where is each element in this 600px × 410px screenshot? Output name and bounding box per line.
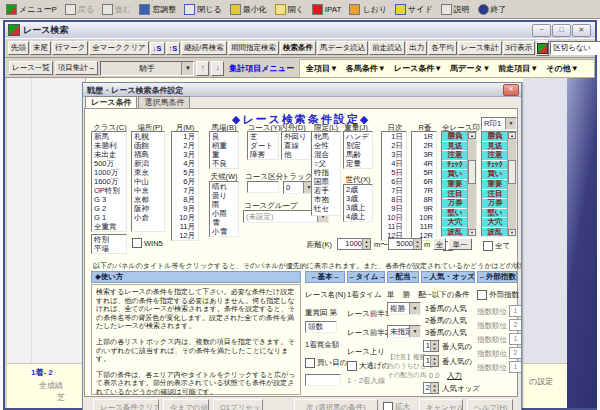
- menubar-item[interactable]: 馬データ▼: [450, 63, 490, 74]
- tab-race-condition[interactable]: レース条件: [85, 96, 137, 108]
- list-option[interactable]: 2歳: [344, 185, 372, 194]
- course-listbox[interactable]: 芝ダート障害: [247, 131, 279, 160]
- list-option[interactable]: 未勝利: [92, 141, 126, 150]
- app-toolbar-button[interactable]: サイド: [393, 3, 435, 16]
- payout-combobox-2[interactable]: 未指定 ▼: [387, 325, 421, 338]
- list-option[interactable]: 晴れ: [210, 182, 238, 191]
- place-listbox[interactable]: 札幌函館福島新潟東京中山中京京都阪神小倉: [131, 131, 165, 232]
- list-option[interactable]: 混合: [312, 150, 340, 159]
- list-option[interactable]: 全重賞: [92, 222, 126, 231]
- expand-checkbox[interactable]: 拡大: [383, 402, 410, 410]
- list-option[interactable]: 国際: [312, 177, 340, 186]
- list-option[interactable]: 特指: [312, 168, 340, 177]
- search-toolbar-button[interactable]: 全マーククリア: [89, 41, 148, 55]
- scroll-thumb[interactable]: [508, 160, 516, 184]
- mark-option[interactable]: 買い: [482, 170, 508, 179]
- app-toolbar-button[interactable]: 進む: [100, 3, 133, 16]
- app-toolbar-button[interactable]: メニューP: [4, 3, 59, 16]
- up-button[interactable]: ↑: [196, 61, 209, 76]
- list-option[interactable]: 定量: [344, 159, 372, 168]
- list-option[interactable]: 中山: [132, 177, 164, 186]
- list-option[interactable]: G 3: [92, 195, 126, 204]
- list-option[interactable]: 10日: [382, 213, 406, 222]
- list-option[interactable]: 小雪: [210, 227, 238, 236]
- odds-input-button[interactable]: 入力: [447, 371, 462, 381]
- generation-listbox[interactable]: 2歳3歳3歳上4歳上: [343, 184, 373, 222]
- list-option[interactable]: G 1: [92, 213, 126, 222]
- list-option[interactable]: 1月: [172, 132, 198, 141]
- search-toolbar-button[interactable]: 末尾: [30, 41, 51, 55]
- list-option[interactable]: 1R: [412, 132, 436, 141]
- search-toolbar-button[interactable]: ↑S: [166, 42, 181, 55]
- list-option[interactable]: 9月: [172, 204, 198, 213]
- list-option[interactable]: 中京: [132, 186, 164, 195]
- payout-panel-header[interactable]: ←配当→: [387, 271, 419, 283]
- weight-listbox[interactable]: ハンデ別定馬齢定量: [343, 131, 373, 169]
- list-option[interactable]: OP特別: [92, 186, 126, 195]
- mark-option[interactable]: ﾁｪｯｸ: [482, 161, 508, 170]
- list-option[interactable]: 小倉: [132, 213, 164, 222]
- list-option[interactable]: 曇り: [210, 191, 238, 200]
- month-listbox[interactable]: 1月2月3月4月5月6月7月8月9月10月11月12月: [171, 131, 199, 241]
- help-button[interactable]: ヘルプ(H): [467, 399, 513, 410]
- next-horse-condition-button[interactable]: 次 (選択馬の条件): [294, 399, 378, 410]
- restore-button[interactable]: □: [552, 24, 571, 37]
- mark-option[interactable]: 勝負: [482, 132, 508, 141]
- mark-option[interactable]: 勝負: [442, 132, 468, 141]
- list-option[interactable]: 若手: [312, 186, 340, 195]
- close-button[interactable]: ✕: [572, 24, 591, 37]
- list-option[interactable]: 12月: [172, 231, 198, 240]
- list-option[interactable]: 未出走: [92, 150, 126, 159]
- chevron-down-icon[interactable]: ▼: [409, 326, 420, 337]
- odds-rank-stepper[interactable]: 1 ▲▼: [423, 340, 439, 352]
- clear-conditions-button[interactable]: レース条件クリア: [93, 399, 159, 410]
- list-option[interactable]: G 2: [92, 204, 126, 213]
- list-option[interactable]: 11日: [382, 222, 406, 231]
- payout-combobox-1[interactable]: 複勝 ▼: [387, 302, 421, 315]
- list-option[interactable]: ダート: [248, 141, 278, 150]
- basic-empty-input[interactable]: [305, 374, 341, 386]
- spinner-icon[interactable]: ▲▼: [430, 341, 438, 351]
- aggregate-menu-link[interactable]: 集計項目メニュー: [229, 63, 294, 74]
- list-option[interactable]: 馬齢: [344, 150, 372, 159]
- scroll-thumb[interactable]: [468, 160, 476, 184]
- list-option[interactable]: 牝馬: [312, 132, 340, 141]
- weather-listbox[interactable]: 晴れ曇り雨小雨雪小雪: [209, 181, 239, 237]
- search-toolbar-button[interactable]: 期間指定検索: [228, 41, 279, 55]
- app-toolbar-button[interactable]: 開く: [273, 3, 306, 16]
- rows-icon-button[interactable]: [536, 40, 549, 56]
- chevron-down-icon[interactable]: ▼: [505, 118, 516, 129]
- odds-panel-header[interactable]: ←人気・オッズ→: [421, 271, 475, 283]
- app-toolbar-button[interactable]: 終了: [476, 3, 509, 16]
- class-listbox[interactable]: 新馬未勝利未出走500万1000万1600万OP特別G 3G 2G 1全重賞: [91, 131, 127, 232]
- index-rank-input[interactable]: 1: [509, 333, 522, 345]
- app-toolbar-button[interactable]: 説明: [439, 3, 472, 16]
- list-option[interactable]: 500万: [92, 159, 126, 168]
- mark-option[interactable]: 波乱: [442, 228, 468, 237]
- list-option[interactable]: 稍重: [210, 141, 238, 150]
- rmark-all-checkbox[interactable]: 全て: [483, 241, 510, 251]
- list-option[interactable]: 3月: [172, 150, 198, 159]
- mark-option[interactable]: 注目: [482, 190, 508, 199]
- distance-to-stepper[interactable]: 5000 ▲▼: [388, 238, 422, 250]
- menubar-item[interactable]: その他▼: [546, 63, 578, 74]
- list-option[interactable]: 重: [210, 150, 238, 159]
- list-option[interactable]: 4日: [382, 159, 406, 168]
- list-option[interactable]: 芝: [248, 132, 278, 141]
- inout-listbox[interactable]: 外回り直線他: [281, 131, 311, 160]
- heads-input[interactable]: 頭数: [305, 321, 337, 333]
- mark-option[interactable]: 注意: [442, 151, 468, 160]
- list-option[interactable]: 2月: [172, 141, 198, 150]
- list-option[interactable]: 障害: [248, 150, 278, 159]
- list-option[interactable]: 4R: [412, 159, 436, 168]
- list-option[interactable]: 6R: [412, 177, 436, 186]
- index-rank-input[interactable]: 2: [509, 347, 522, 359]
- list-option[interactable]: 東京: [132, 168, 164, 177]
- scroll-up-icon[interactable]: ▲: [508, 132, 516, 139]
- race-no-listbox[interactable]: 1R2R3R4R5R6R7R8R9R10R11R12R: [411, 131, 437, 241]
- list-option[interactable]: 3歳上: [344, 203, 372, 212]
- mark-option[interactable]: 見送: [482, 142, 508, 151]
- buy-checkbox[interactable]: 買い目の: [305, 358, 347, 368]
- list-option[interactable]: 6日: [382, 177, 406, 186]
- spinner-icon[interactable]: ▲▼: [413, 239, 421, 249]
